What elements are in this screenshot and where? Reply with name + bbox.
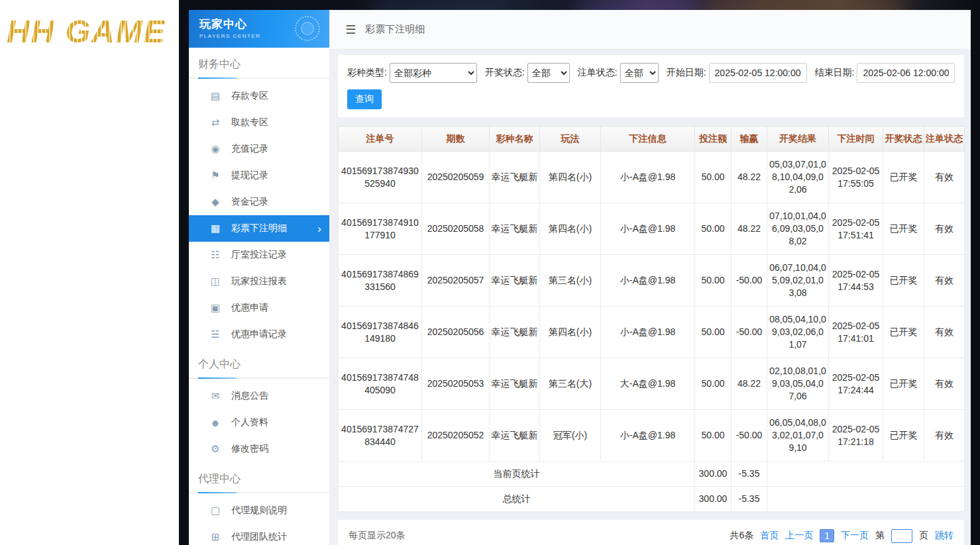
total-count-text: 共6条 <box>730 530 753 542</box>
first-page-link[interactable]: 首页 <box>760 530 779 542</box>
column-header-draw_status: 开奖状态 <box>883 126 924 152</box>
cell-draw_status: 已开奖 <box>883 152 924 203</box>
sidebar-item-hall-bet-records[interactable]: ☷厅室投注记录 <box>189 242 329 268</box>
table-row: 40156917387484614918020250205056幸运飞艇新第四名… <box>339 307 965 358</box>
cell-bet_status: 有效 <box>924 307 965 358</box>
prev-page-link[interactable]: 上一页 <box>785 530 813 542</box>
bet-status-label: 注单状态: <box>578 67 618 79</box>
user-icon: ☻ <box>209 417 222 428</box>
cell-period: 20250205059 <box>422 152 490 203</box>
deposit-card-icon: ▤ <box>209 90 222 102</box>
cell-bet_status: 有效 <box>924 152 965 203</box>
draw-status-filter: 开奖状态: 全部 <box>485 63 570 83</box>
table-row: 40156917387474840509020250205053幸运飞艇新第三名… <box>339 358 965 410</box>
cell-result: 05,03,07,01,08,10,04,09,02,06 <box>767 152 829 203</box>
cell-lottery: 幸运飞艇新 <box>490 307 540 358</box>
cell-play: 冠军(小) <box>540 410 601 462</box>
cell-lottery: 幸运飞艇新 <box>490 255 540 307</box>
table-row: 40156917387486933156020250205057幸运飞艇新第三名… <box>339 255 965 307</box>
cell-period: 20250205052 <box>422 410 490 462</box>
document-icon: ▢ <box>209 505 222 517</box>
sidebar-item-label: 资金记录 <box>231 196 268 208</box>
page-jump-input[interactable] <box>891 529 912 543</box>
sidebar-item-withdrawal-records[interactable]: ⚑提现记录 <box>189 162 329 189</box>
cell-play: 第四名(小) <box>540 307 601 358</box>
jump-button[interactable]: 跳转 <box>935 530 953 542</box>
sidebar-item-message-announcements[interactable]: ✉消息公告 <box>189 383 329 409</box>
cell-amount: 50.00 <box>695 358 732 410</box>
sidebar-item-fund-records[interactable]: ◆资金记录 <box>189 189 329 215</box>
summary-empty <box>767 462 965 487</box>
sidebar-item-agent-team-stats[interactable]: ⊞代理团队统计 <box>189 524 329 545</box>
cell-amount: 50.00 <box>695 203 732 255</box>
cell-amount: 50.00 <box>695 255 732 307</box>
cell-winloss: -50.00 <box>732 255 767 307</box>
table-row: 40156917387493052594020250205059幸运飞艇新第四名… <box>339 152 965 203</box>
sidebar-item-change-password[interactable]: ⚙修改密码 <box>189 436 329 462</box>
sidebar-item-label: 修改密码 <box>231 443 268 455</box>
cell-play: 第三名(大) <box>540 358 601 410</box>
cell-bet_info: 小-A盘@1.98 <box>601 152 695 203</box>
sidebar-section-title: 财务中心 <box>189 48 329 79</box>
sidebar-item-withdraw-zone[interactable]: ⇄取款专区 <box>189 109 329 136</box>
sidebar: 玩家中心 PLAYERS CENTER 财务中心▤存款专区⇄取款专区◉充值记录⚑… <box>189 10 329 545</box>
sidebar-item-personal-profile[interactable]: ☻个人资料 <box>189 409 329 436</box>
promo-list-icon: ☱ <box>209 328 222 340</box>
sidebar-menu: 财务中心▤存款专区⇄取款专区◉充值记录⚑提现记录◆资金记录▦彩票下注明细›☷厅室… <box>189 48 329 545</box>
draw-status-select[interactable]: 全部 <box>527 63 570 83</box>
gear-icon: ⚙ <box>209 443 222 455</box>
cell-winloss: -50.00 <box>732 410 767 462</box>
cell-result: 08,05,04,10,09,03,02,06,01,07 <box>767 307 829 358</box>
next-page-link[interactable]: 下一页 <box>841 530 869 542</box>
sidebar-item-deposit-zone[interactable]: ▤存款专区 <box>189 83 329 109</box>
cell-time: 2025-02-05 17:24:44 <box>829 358 883 410</box>
cell-bet_status: 有效 <box>924 358 965 410</box>
sidebar-item-lottery-bet-details[interactable]: ▦彩票下注明细› <box>189 215 329 242</box>
sidebar-item-agent-rules[interactable]: ▢代理规则说明 <box>189 497 329 524</box>
end-date-input[interactable] <box>857 63 955 83</box>
hh-game-logo: HH GAME <box>7 13 166 50</box>
page-size-text: 每页显示20条 <box>349 530 406 542</box>
column-header-bet_status: 注单状态 <box>924 126 965 152</box>
money-bag-icon: ◆ <box>209 196 222 208</box>
cell-bet_status: 有效 <box>924 203 965 255</box>
cell-result: 02,10,08,01,09,03,05,04,07,06 <box>767 358 829 410</box>
cell-bet_info: 小-A盘@1.98 <box>601 307 695 358</box>
cell-play: 第四名(小) <box>540 203 601 255</box>
cell-time: 2025-02-05 17:21:18 <box>829 410 883 462</box>
column-header-time: 下注时间 <box>829 126 883 152</box>
cell-winloss: -50.00 <box>732 307 767 358</box>
sidebar-item-label: 优惠申请记录 <box>231 328 287 340</box>
lottery-type-select[interactable]: 全部彩种 <box>390 63 477 83</box>
sidebar-item-label: 厅室投注记录 <box>231 249 287 261</box>
summary-label: 总统计 <box>339 487 695 512</box>
start-date-input[interactable] <box>709 63 807 83</box>
bet-list-icon: ▦ <box>209 223 222 234</box>
draw-status-label: 开奖状态: <box>485 67 525 79</box>
lottery-type-label: 彩种类型: <box>347 67 387 79</box>
cell-period: 20250205056 <box>422 307 490 358</box>
cell-bet_no: 401569173874930525940 <box>339 152 422 203</box>
menu-toggle-icon[interactable]: ☰ <box>345 23 356 37</box>
bet-status-select[interactable]: 全部 <box>620 63 659 83</box>
bets-table: 注单号期数彩种名称玩法下注信息投注额输赢开奖结果下注时间开奖状态注单状态 401… <box>338 126 965 512</box>
cell-bet_status: 有效 <box>924 255 965 307</box>
search-button[interactable]: 查询 <box>347 89 382 109</box>
chevron-right-icon: › <box>317 223 321 234</box>
column-header-bet_no: 注单号 <box>339 126 422 152</box>
sidebar-item-label: 彩票下注明细 <box>231 223 287 234</box>
cell-result: 06,05,04,08,03,02,01,07,09,10 <box>767 410 829 462</box>
sidebar-item-promo-application-records[interactable]: ☱优惠申请记录 <box>189 321 329 348</box>
sidebar-item-label: 提现记录 <box>231 170 268 181</box>
cell-draw_status: 已开奖 <box>883 203 924 255</box>
sidebar-item-recharge-records[interactable]: ◉充值记录 <box>189 136 329 162</box>
sidebar-item-promo-application[interactable]: ▣优惠申请 <box>189 295 329 321</box>
summary-label: 当前页统计 <box>339 462 695 487</box>
report-chart-icon: ◫ <box>209 275 222 287</box>
topbar: ☰ 彩票下注明细 <box>329 10 971 50</box>
page-title: 彩票下注明细 <box>365 23 425 36</box>
table-body: 40156917387493052594020250205059幸运飞艇新第四名… <box>339 152 965 512</box>
sidebar-item-player-bet-report[interactable]: ◫玩家投注报表 <box>189 268 329 295</box>
summary-winloss: -5.35 <box>732 462 767 487</box>
bet-status-filter: 注单状态: 全部 <box>578 63 659 83</box>
